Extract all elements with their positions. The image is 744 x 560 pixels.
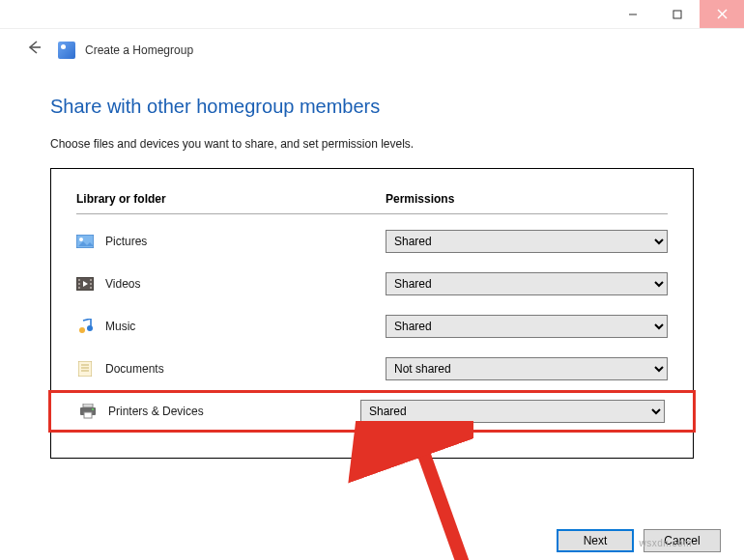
back-arrow-icon[interactable] xyxy=(19,35,48,65)
documents-icon xyxy=(76,361,94,377)
column-header-library: Library or folder xyxy=(76,192,166,206)
svg-point-15 xyxy=(87,325,93,331)
permissions-select-printers[interactable]: SharedNot shared xyxy=(360,400,665,423)
wizard-header: Create a Homegroup xyxy=(0,29,744,72)
row-videos: Videos SharedNot shared xyxy=(76,263,668,305)
videos-icon xyxy=(76,276,94,292)
svg-rect-10 xyxy=(78,287,80,289)
row-label: Documents xyxy=(105,362,164,376)
watermark-text: wsxdn.com xyxy=(639,538,692,548)
close-button[interactable] xyxy=(700,0,744,28)
svg-rect-1 xyxy=(673,11,681,18)
window-titlebar xyxy=(0,0,744,29)
instruction-text: Choose files and devices you want to sha… xyxy=(50,137,694,151)
svg-rect-13 xyxy=(90,287,92,289)
minimize-button[interactable] xyxy=(611,0,655,28)
row-label: Pictures xyxy=(105,235,147,248)
printers-icon xyxy=(79,404,97,419)
svg-point-6 xyxy=(79,238,83,241)
row-label: Music xyxy=(105,320,135,333)
pictures-icon xyxy=(76,234,94,249)
svg-rect-20 xyxy=(83,404,93,407)
maximize-button[interactable] xyxy=(655,0,700,28)
next-button[interactable]: Next xyxy=(557,529,634,552)
row-label: Printers & Devices xyxy=(108,405,204,418)
svg-rect-12 xyxy=(90,283,92,285)
column-header-permissions: Permissions xyxy=(386,192,454,206)
row-printers-highlighted: Printers & Devices SharedNot shared xyxy=(48,390,696,433)
homegroup-icon xyxy=(58,42,75,59)
svg-point-14 xyxy=(79,327,85,333)
share-panel: Library or folder Permissions Pictures S… xyxy=(50,168,694,459)
window-title: Create a Homegroup xyxy=(85,43,193,57)
row-label: Videos xyxy=(105,277,140,291)
permissions-select-videos[interactable]: SharedNot shared xyxy=(386,272,668,295)
row-documents: Documents SharedNot shared xyxy=(76,348,668,390)
svg-rect-9 xyxy=(78,283,80,285)
permissions-select-documents[interactable]: SharedNot shared xyxy=(386,357,668,380)
svg-rect-16 xyxy=(78,361,92,377)
permissions-select-pictures[interactable]: SharedNot shared xyxy=(386,230,668,253)
svg-rect-8 xyxy=(78,279,80,281)
svg-point-23 xyxy=(92,408,94,410)
svg-rect-22 xyxy=(84,412,92,418)
music-icon xyxy=(76,319,94,334)
row-pictures: Pictures SharedNot shared xyxy=(76,220,668,263)
permissions-select-music[interactable]: SharedNot shared xyxy=(386,315,668,338)
svg-rect-11 xyxy=(90,279,92,281)
page-heading: Share with other homegroup members xyxy=(50,96,694,118)
row-music: Music SharedNot shared xyxy=(76,305,668,348)
